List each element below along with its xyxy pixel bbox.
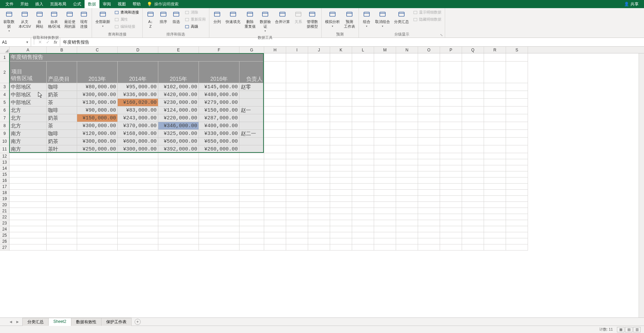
- cell[interactable]: [158, 184, 199, 190]
- cell[interactable]: [484, 232, 506, 238]
- cell[interactable]: [440, 62, 462, 83]
- cell[interactable]: [47, 159, 77, 165]
- cell[interactable]: [462, 165, 484, 171]
- ribbon-button[interactable]: 取消组合▾: [373, 9, 392, 31]
- cell[interactable]: [308, 171, 330, 177]
- cell[interactable]: [506, 53, 528, 62]
- cell-value[interactable]: ¥150,000.00: [77, 114, 118, 122]
- cell[interactable]: [158, 244, 199, 251]
- header-cell[interactable]: 2013年: [77, 62, 118, 83]
- cell[interactable]: [9, 196, 47, 202]
- cell-value[interactable]: ¥287,000.00: [199, 114, 239, 122]
- column-headers[interactable]: ABCDEFGHIJKLMNOPQRS: [9, 47, 644, 53]
- cell[interactable]: [286, 122, 308, 130]
- cell[interactable]: [158, 208, 199, 214]
- cell[interactable]: [440, 53, 462, 62]
- cell[interactable]: [440, 190, 462, 196]
- cell[interactable]: [199, 226, 239, 232]
- cell[interactable]: [118, 177, 158, 184]
- cell[interactable]: [484, 190, 506, 196]
- cell-product[interactable]: 奶茶: [47, 114, 77, 122]
- cell[interactable]: [352, 214, 374, 220]
- cell-region[interactable]: 北方: [9, 114, 47, 122]
- cell-value[interactable]: ¥145,000.00: [199, 83, 239, 91]
- cell[interactable]: [118, 214, 158, 220]
- cell[interactable]: [418, 153, 440, 159]
- cell[interactable]: [9, 202, 47, 208]
- cell[interactable]: [440, 153, 462, 159]
- cell[interactable]: [352, 62, 374, 83]
- cell[interactable]: [239, 190, 264, 196]
- cell[interactable]: [264, 184, 286, 190]
- cell[interactable]: [440, 202, 462, 208]
- cell[interactable]: [374, 232, 396, 238]
- cell[interactable]: [418, 226, 440, 232]
- cell[interactable]: [77, 171, 118, 177]
- cell[interactable]: [484, 153, 506, 159]
- cell[interactable]: [9, 190, 47, 196]
- cell-value[interactable]: ¥300,000.00: [77, 91, 118, 99]
- cell[interactable]: [199, 244, 239, 251]
- cell[interactable]: [374, 196, 396, 202]
- cell[interactable]: [374, 62, 396, 83]
- cell[interactable]: [484, 114, 506, 122]
- row-header-14[interactable]: 14: [0, 165, 9, 171]
- header-cell[interactable]: 2016年: [199, 62, 239, 83]
- cell[interactable]: [330, 130, 352, 138]
- cell[interactable]: [158, 202, 199, 208]
- cell[interactable]: [330, 226, 352, 232]
- cell[interactable]: [440, 99, 462, 106]
- cell[interactable]: [352, 130, 374, 138]
- cell[interactable]: [9, 208, 47, 214]
- cell[interactable]: [9, 184, 47, 190]
- cell[interactable]: [506, 171, 528, 177]
- cell[interactable]: [440, 214, 462, 220]
- cell-value[interactable]: ¥420,000.00: [158, 91, 199, 99]
- cell[interactable]: [374, 130, 396, 138]
- cell[interactable]: [264, 190, 286, 196]
- cell[interactable]: [506, 184, 528, 190]
- cell[interactable]: [264, 130, 286, 138]
- cell-product[interactable]: 咖啡: [47, 106, 77, 114]
- cell[interactable]: [308, 62, 330, 83]
- cell[interactable]: [308, 202, 330, 208]
- row-header-17[interactable]: 17: [0, 184, 9, 190]
- cell-owner[interactable]: [239, 122, 264, 130]
- row-header-6[interactable]: 6: [0, 106, 9, 114]
- cell[interactable]: [118, 165, 158, 171]
- cell[interactable]: [308, 184, 330, 190]
- cell[interactable]: [374, 184, 396, 190]
- column-header-Q[interactable]: Q: [462, 47, 484, 53]
- cell[interactable]: [264, 114, 286, 122]
- cell[interactable]: [286, 244, 308, 251]
- cell[interactable]: [374, 145, 396, 153]
- cell[interactable]: [352, 106, 374, 114]
- cell[interactable]: [286, 214, 308, 220]
- cell[interactable]: [352, 177, 374, 184]
- cell[interactable]: [462, 214, 484, 220]
- cell[interactable]: [264, 244, 286, 251]
- cell[interactable]: [264, 226, 286, 232]
- cell[interactable]: [77, 202, 118, 208]
- cell[interactable]: [418, 159, 440, 165]
- cell[interactable]: [440, 238, 462, 244]
- cell[interactable]: [374, 244, 396, 251]
- cell-product[interactable]: 奶茶: [47, 91, 77, 99]
- cell[interactable]: [484, 83, 506, 91]
- cell[interactable]: [396, 220, 418, 226]
- cell[interactable]: [47, 153, 77, 159]
- cell[interactable]: [440, 171, 462, 177]
- prev-sheet-icon[interactable]: ◄: [9, 319, 13, 324]
- row-header-1[interactable]: 1: [0, 53, 9, 62]
- cell[interactable]: [118, 244, 158, 251]
- cell[interactable]: [118, 226, 158, 232]
- cell[interactable]: [462, 232, 484, 238]
- cell[interactable]: [199, 159, 239, 165]
- cell[interactable]: [239, 184, 264, 190]
- sheet-tab-保护工作表[interactable]: 保护工作表: [101, 318, 132, 326]
- cell[interactable]: [484, 220, 506, 226]
- cell[interactable]: [308, 226, 330, 232]
- cell[interactable]: [330, 138, 352, 145]
- ribbon-button[interactable]: 快速填充: [224, 9, 243, 34]
- row-header-16[interactable]: 16: [0, 177, 9, 184]
